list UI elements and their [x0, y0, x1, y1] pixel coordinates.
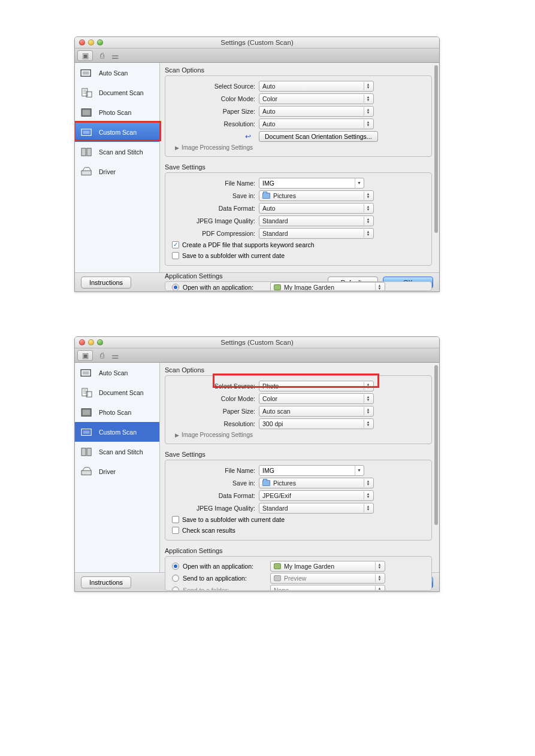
chevron-down-icon[interactable]: ▼	[355, 466, 363, 475]
scroll-thumb[interactable]	[434, 365, 438, 525]
image-processing-disclosure[interactable]: ▶Image Processing Settings	[170, 142, 427, 152]
subfolder-checkbox-row[interactable]: Save to a subfolder with current date	[170, 514, 427, 525]
color-mode-dropdown[interactable]: Color▲▼	[259, 393, 374, 404]
doc-orientation-button[interactable]: Document Scan Orientation Settings...	[259, 131, 378, 142]
svg-rect-26	[87, 448, 91, 456]
sidebar-item-scan-and-stitch[interactable]: Scan and Stitch	[75, 142, 159, 162]
file-name-field[interactable]: IMG▼	[259, 178, 364, 189]
triangle-right-icon: ▶	[175, 432, 179, 438]
check-results-checkbox-row[interactable]: Check scan results	[170, 525, 427, 536]
paper-size-dropdown[interactable]: Auto▲▼	[259, 106, 374, 117]
radio-icon[interactable]	[172, 284, 179, 291]
open-with-dropdown[interactable]: My Image Garden▲▼	[270, 282, 385, 291]
open-with-dropdown[interactable]: My Image Garden▲▼	[270, 561, 385, 572]
data-format-dropdown[interactable]: Auto▲▼	[259, 203, 374, 214]
save-in-dropdown[interactable]: Pictures▲▼	[259, 190, 374, 201]
chevron-updown-icon: ▲▼	[364, 204, 372, 212]
chevron-updown-icon: ▲▼	[364, 420, 372, 428]
driver-icon	[80, 166, 93, 177]
resolution-dropdown[interactable]: 300 dpi▲▼	[259, 418, 374, 429]
radio-send-to-folder[interactable]	[172, 587, 179, 591]
sidebar-item-photo-scan[interactable]: Photo Scan	[75, 402, 159, 422]
instructions-button[interactable]: Instructions	[81, 277, 131, 289]
jpeg-quality-dropdown[interactable]: Standard▲▼	[259, 215, 374, 226]
instructions-button[interactable]: Instructions	[81, 576, 131, 588]
sidebar-item-auto-scan[interactable]: Auto Scan	[75, 363, 159, 382]
disclosure-label: Image Processing Settings	[182, 144, 253, 151]
window-title: Settings (Custom Scan)	[75, 339, 439, 346]
zoom-icon[interactable]	[97, 339, 103, 345]
data-format-dropdown[interactable]: JPEG/Exif▲▼	[259, 490, 374, 501]
paper-size-dropdown[interactable]: Auto scan▲▼	[259, 406, 374, 417]
send-to-app-dropdown[interactable]: Preview▲▼	[270, 573, 385, 584]
checkbox-label: Create a PDF file that supports keyword …	[182, 241, 315, 248]
sidebar-item-custom-scan[interactable]: Custom Scan	[75, 122, 159, 142]
printer-icon[interactable]: ⎙	[100, 352, 104, 359]
sidebar-item-photo-scan[interactable]: Photo Scan	[75, 102, 159, 122]
minimize-icon[interactable]	[88, 339, 94, 345]
photo-scan-icon	[80, 107, 93, 118]
save-in-dropdown[interactable]: Pictures▲▼	[259, 478, 374, 488]
save-in-label: Save in:	[170, 479, 259, 487]
sidebar-item-document-scan[interactable]: Document Scan	[75, 83, 159, 102]
chevron-updown-icon: ▲▼	[364, 504, 372, 512]
resolution-label: Resolution:	[170, 120, 259, 127]
color-mode-dropdown[interactable]: Color▲▼	[259, 93, 374, 104]
jpeg-quality-dropdown[interactable]: Standard▲▼	[259, 503, 374, 514]
select-value: Standard	[262, 217, 288, 224]
svg-rect-12	[87, 148, 91, 156]
close-icon[interactable]	[79, 339, 85, 345]
toolbar-scan-button[interactable]: ▣	[77, 50, 93, 61]
pdf-keyword-checkbox-row[interactable]: ✓Create a PDF file that supports keyword…	[170, 239, 427, 250]
sidebar-item-scan-and-stitch[interactable]: Scan and Stitch	[75, 442, 159, 462]
svg-rect-8	[83, 110, 90, 115]
select-value: Standard	[262, 230, 288, 237]
document-scan-icon	[80, 387, 93, 398]
text-value: IMG	[262, 180, 274, 187]
subfolder-checkbox-row[interactable]: Save to a subfolder with current date	[170, 250, 427, 261]
scan-options-heading: Scan Options	[160, 363, 439, 375]
sidebar-item-document-scan[interactable]: Document Scan	[75, 382, 159, 402]
save-settings-panel: File Name: IMG▼ Save in: Pictures▲▼ Data…	[165, 460, 432, 541]
scrollbar[interactable]	[434, 365, 438, 570]
sidebar-item-auto-scan[interactable]: Auto Scan	[75, 63, 159, 83]
chevron-down-icon[interactable]: ▼	[355, 178, 363, 188]
auto-scan-icon	[80, 68, 93, 78]
minimize-icon[interactable]	[88, 40, 94, 45]
zoom-icon[interactable]	[97, 40, 103, 45]
close-icon[interactable]	[79, 40, 85, 45]
sliders-icon[interactable]: ⚌	[111, 351, 119, 360]
toolbar-scan-button[interactable]: ▣	[77, 350, 93, 361]
printer-icon[interactable]: ⎙	[100, 52, 104, 59]
scroll-thumb[interactable]	[434, 65, 438, 233]
chevron-updown-icon: ▲▼	[364, 192, 372, 200]
sidebar-item-driver[interactable]: Driver	[75, 162, 159, 181]
select-source-dropdown[interactable]: Auto▲▼	[259, 81, 374, 92]
scanner-icon: ▣	[82, 352, 89, 359]
file-name-field[interactable]: IMG▼	[259, 465, 364, 476]
chevron-updown-icon: ▲▼	[364, 120, 372, 128]
content: Auto Scan Document Scan Photo Scan Custo…	[75, 363, 439, 572]
scrollbar[interactable]	[434, 65, 438, 270]
main-panel: Scan Options Select Source: Photo▲▼ Colo…	[160, 363, 439, 572]
traffic-lights	[75, 339, 103, 345]
svg-rect-15	[83, 371, 89, 374]
pdf-compression-dropdown[interactable]: Standard▲▼	[259, 228, 374, 239]
image-processing-disclosure[interactable]: ▶Image Processing Settings	[170, 430, 427, 439]
save-in-label: Save in:	[170, 192, 259, 199]
svg-rect-24	[83, 430, 90, 433]
sliders-icon[interactable]: ⚌	[111, 51, 119, 60]
driver-icon	[80, 466, 93, 477]
sidebar-item-driver[interactable]: Driver	[75, 462, 159, 481]
resolution-dropdown[interactable]: Auto▲▼	[259, 119, 374, 129]
select-source-dropdown[interactable]: Photo▲▼	[259, 381, 374, 391]
sidebar-item-label: Auto Scan	[99, 69, 128, 77]
send-to-folder-dropdown[interactable]: None▲▼	[270, 585, 385, 591]
radio-send-to-app[interactable]	[172, 575, 179, 582]
color-mode-label: Color Mode:	[170, 95, 259, 102]
select-value: Color	[262, 395, 277, 402]
app-icon	[274, 575, 281, 581]
sidebar-item-custom-scan[interactable]: Custom Scan	[75, 422, 159, 442]
radio-open-with[interactable]	[172, 563, 179, 570]
chevron-updown-icon: ▲▼	[375, 586, 383, 591]
